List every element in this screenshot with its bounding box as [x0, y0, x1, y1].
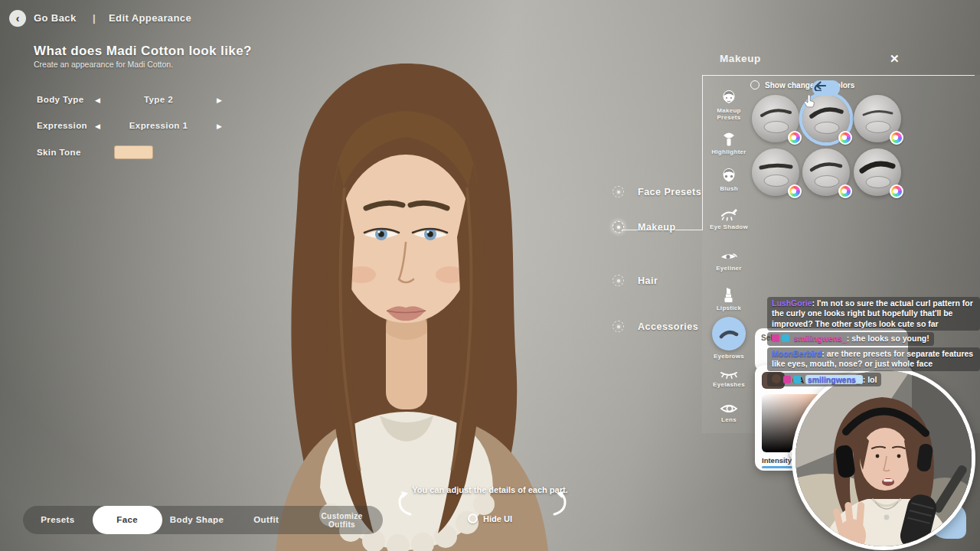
- eyebrow-preset-3[interactable]: [854, 95, 901, 142]
- hide-ui-toggle[interactable]: Hide UI: [429, 514, 551, 523]
- close-icon[interactable]: ✕: [887, 51, 903, 67]
- chat-message: LushGorie: I'm not so sure the actual cu…: [767, 297, 980, 331]
- chat-message: smilingwens_: she looks so young!: [767, 332, 934, 345]
- tool-eyebrows-selected[interactable]: Eyebrows: [707, 317, 751, 360]
- tab-customize-outfits[interactable]: Customize Outfits: [301, 506, 383, 534]
- undo-icon: [812, 80, 828, 91]
- sub-badge-icon: [783, 376, 791, 383]
- skin-tone-swatch[interactable]: [114, 145, 153, 159]
- tool-blush[interactable]: Blush: [707, 167, 751, 192]
- eyebrow-preset-4[interactable]: [752, 148, 799, 196]
- tool-lens[interactable]: Lens: [707, 403, 751, 423]
- eyeliner-icon: [707, 251, 751, 263]
- sparkle-dot-icon: [612, 186, 624, 197]
- body-type-next-icon[interactable]: ▶: [217, 96, 222, 104]
- panel-left-border: [702, 75, 703, 230]
- panel-top-border: [702, 75, 975, 76]
- color-wheel-icon[interactable]: [838, 184, 852, 198]
- hand-cursor-icon: [802, 95, 815, 109]
- hint-text: You can adjust the details of each part.: [337, 485, 643, 494]
- color-wheel-icon[interactable]: [838, 131, 852, 145]
- sparkle-dot-icon: [612, 221, 624, 233]
- eyebrow-preset-2-selected[interactable]: [802, 95, 850, 142]
- highlighter-icon: [707, 130, 751, 147]
- panel-title: Makeup: [720, 53, 761, 64]
- toggle-circle-icon: [468, 514, 478, 523]
- tool-eyelashes[interactable]: Eyelashes: [707, 369, 751, 388]
- body-type-prev-icon[interactable]: ◀: [95, 96, 100, 104]
- color-wheel-icon[interactable]: [890, 131, 903, 145]
- tab-presets[interactable]: Presets: [23, 506, 93, 534]
- stream-chat: LushGorie: I'm not so sure the actual cu…: [767, 297, 980, 388]
- page-subtitle: Create an appearance for Madi Cotton.: [34, 60, 173, 69]
- skin-tone-label: Skin Tone: [37, 148, 81, 157]
- lens-icon: [707, 403, 751, 415]
- menu-item-makeup[interactable]: Makeup: [612, 221, 676, 233]
- eyebrows-icon: [719, 328, 739, 340]
- sparkle-dot-icon: [612, 321, 624, 332]
- rotate-right-icon[interactable]: [548, 490, 571, 517]
- tool-eye-shadow[interactable]: Eye Shadow: [707, 207, 751, 230]
- tab-face[interactable]: Face: [93, 506, 162, 534]
- tool-highlighter[interactable]: Highlighter: [707, 130, 751, 155]
- prime-badge-icon: [793, 376, 801, 383]
- body-type-value: Type 2: [112, 95, 205, 104]
- tool-eyeliner[interactable]: Eyeliner: [707, 251, 751, 272]
- selected-tool-circle: [712, 317, 746, 350]
- undo-tab[interactable]: [812, 80, 840, 96]
- eyelashes-icon: [707, 369, 751, 380]
- bottom-tab-bar: Presets Face Body Shape Outfit Customize…: [23, 506, 383, 534]
- eyebrow-preset-5[interactable]: [802, 148, 850, 196]
- sub-badge-icon: [772, 334, 779, 342]
- header-divider: |: [93, 12, 96, 24]
- character-model[interactable]: [230, 57, 597, 551]
- menu-item-hair[interactable]: Hair: [612, 275, 658, 286]
- body-type-label: Body Type: [37, 95, 84, 104]
- eyebrow-preset-1[interactable]: [752, 95, 799, 142]
- expression-value: Expression 1: [112, 121, 205, 130]
- tool-makeup-presets[interactable]: Makeup Presets: [707, 89, 751, 121]
- go-back-label[interactable]: Go Back: [34, 12, 77, 24]
- color-wheel-icon[interactable]: [890, 184, 903, 198]
- character-creator-screen: ‹ Go Back | Edit Appearance What does Ma…: [0, 0, 980, 551]
- avatar-emote-icon: [772, 374, 781, 383]
- radio-circle-icon: [750, 80, 760, 90]
- expression-label: Expression: [37, 121, 87, 130]
- color-wheel-icon[interactable]: [788, 184, 802, 198]
- expression-prev-icon[interactable]: ◀: [95, 122, 100, 130]
- screen-title: Edit Appearance: [109, 12, 191, 24]
- eye-shadow-icon: [707, 207, 751, 222]
- expression-next-icon[interactable]: ▶: [217, 122, 222, 130]
- back-button[interactable]: ‹: [9, 10, 26, 27]
- streamer-facecam: [792, 367, 975, 550]
- rotate-left-icon[interactable]: [394, 490, 416, 517]
- tool-lipstick[interactable]: Lipstick: [707, 286, 751, 311]
- makeup-presets-icon: [707, 89, 751, 106]
- menu-item-accessories[interactable]: Accessories: [612, 321, 698, 332]
- lipstick-icon: [707, 286, 751, 303]
- intensity-label: Intensity: [762, 456, 792, 465]
- menu-item-face-presets[interactable]: Face Presets: [612, 186, 701, 197]
- color-wheel-icon[interactable]: [788, 131, 802, 145]
- chat-message: MoonBerbird: are there presets for separ…: [767, 347, 980, 371]
- page-title: What does Madi Cotton look like?: [34, 44, 252, 59]
- tab-outfit[interactable]: Outfit: [231, 506, 301, 534]
- chat-message: smilingwens_: lol: [767, 373, 881, 386]
- back-chevron-icon: ‹: [16, 12, 20, 24]
- eyebrow-preset-6[interactable]: [854, 148, 901, 196]
- sparkle-dot-icon: [612, 275, 624, 286]
- tab-body-shape[interactable]: Body Shape: [162, 506, 232, 534]
- blush-icon: [707, 167, 751, 184]
- prime-badge-icon: [782, 334, 789, 342]
